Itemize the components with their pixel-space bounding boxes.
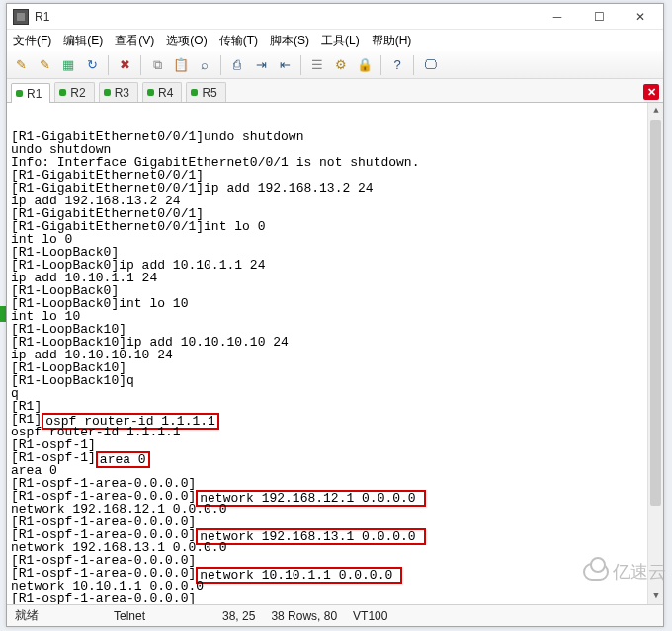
tool-find-icon[interactable]: ⌕ xyxy=(195,55,214,75)
status-dot-icon xyxy=(104,89,111,96)
highlighted-command: network 192.168.13.1 0.0.0.0 xyxy=(196,528,425,545)
toolbar-separator xyxy=(300,55,301,75)
tool-copy-icon[interactable]: ⧉ xyxy=(147,55,167,75)
tool-lock-icon[interactable]: 🔒 xyxy=(355,55,375,75)
window-buttons: ─ ☐ ✕ xyxy=(537,5,661,29)
toolbar-separator xyxy=(220,55,221,75)
tab-r3[interactable]: R3 xyxy=(99,82,138,102)
tabbar: R1 R2 R3 R4 R5 ✕ xyxy=(7,79,663,103)
tool-open-icon[interactable]: ✎ xyxy=(35,55,54,75)
terminal-line: [R1-LoopBack10]q xyxy=(11,374,659,387)
status-dot-icon xyxy=(147,89,154,96)
statusbar: 就绪 Telnet 38, 25 38 Rows, 80 VT100 xyxy=(7,604,663,626)
menu-tools[interactable]: 工具(L) xyxy=(321,33,360,49)
maximize-button[interactable]: ☐ xyxy=(578,5,620,29)
tool-receive-icon[interactable]: ⇤ xyxy=(275,55,294,75)
tool-print-icon[interactable]: ⎙ xyxy=(227,55,247,75)
menu-edit[interactable]: 编辑(E) xyxy=(63,33,103,49)
toolbar-separator xyxy=(140,55,141,75)
terminal-line: [R1-ospf-1] xyxy=(11,438,659,451)
status-ready: 就绪 xyxy=(7,607,106,624)
menu-transfer[interactable]: 传输(T) xyxy=(219,33,258,49)
toolbar-separator xyxy=(413,55,414,75)
highlighted-command: network 10.10.1.1 0.0.0.0 xyxy=(196,567,402,584)
tool-options-icon[interactable]: ⚙ xyxy=(331,55,351,75)
tab-label: R2 xyxy=(70,86,85,100)
tool-disconnect-icon[interactable]: ✖ xyxy=(115,55,134,75)
cloud-icon xyxy=(583,563,609,581)
close-tab-button[interactable]: ✕ xyxy=(643,84,659,100)
watermark: 亿速云 xyxy=(583,560,666,584)
terminal-line: ospf router-id 1.1.1.1 xyxy=(11,426,659,438)
tool-new-icon[interactable]: ✎ xyxy=(11,55,31,75)
tool-host-icon[interactable]: ▦ xyxy=(58,55,78,75)
menu-options[interactable]: 选项(O) xyxy=(166,33,207,49)
tool-paste-icon[interactable]: 📋 xyxy=(171,55,191,75)
terminal-line: [R1-LoopBack0]int lo 10 xyxy=(11,297,659,310)
terminal-output[interactable]: [R1-GigabitEthernet0/0/1]undo shutdownun… xyxy=(7,103,663,604)
menubar: 文件(F) 编辑(E) 查看(V) 选项(O) 传输(T) 脚本(S) 工具(L… xyxy=(7,30,663,51)
status-encoding: VT100 xyxy=(345,609,395,623)
tab-label: R4 xyxy=(158,86,173,100)
scrollbar[interactable]: ▲ ▼ xyxy=(647,103,663,604)
highlighted-command: area 0 xyxy=(96,451,150,468)
menu-view[interactable]: 查看(V) xyxy=(115,33,154,49)
scroll-down-icon[interactable]: ▼ xyxy=(648,589,663,604)
tool-screen-icon[interactable]: 🖵 xyxy=(420,55,440,75)
terminal-line: [R1-GigabitEthernet0/0/1]int lo 0 xyxy=(11,220,659,233)
status-connection: Telnet xyxy=(106,609,214,623)
tab-label: R5 xyxy=(202,86,216,100)
menu-help[interactable]: 帮助(H) xyxy=(372,33,412,49)
scroll-up-icon[interactable]: ▲ xyxy=(648,103,663,118)
menu-script[interactable]: 脚本(S) xyxy=(270,33,309,49)
toolbar-separator xyxy=(108,55,109,75)
tool-props-icon[interactable]: ☰ xyxy=(307,55,327,75)
status-size: 38 Rows, 80 xyxy=(263,609,345,623)
status-dot-icon xyxy=(191,89,198,96)
terminal-window: R1 ─ ☐ ✕ 文件(F) 编辑(E) 查看(V) 选项(O) 传输(T) 脚… xyxy=(6,3,664,627)
tab-label: R3 xyxy=(115,86,129,100)
tab-label: R1 xyxy=(27,87,42,101)
tab-r4[interactable]: R4 xyxy=(142,82,182,102)
scroll-thumb[interactable] xyxy=(650,120,661,506)
tab-r5[interactable]: R5 xyxy=(186,82,225,102)
tool-send-icon[interactable]: ⇥ xyxy=(251,55,271,75)
status-dot-icon xyxy=(16,90,23,97)
terminal-line: [R1-ospf-1-area-0.0.0.0] xyxy=(11,592,659,604)
terminal-line: q xyxy=(11,387,659,400)
status-position: 38, 25 xyxy=(214,609,263,623)
status-dot-icon xyxy=(59,89,66,96)
toolbar-separator xyxy=(380,55,381,75)
app-icon xyxy=(13,9,29,25)
minimize-button[interactable]: ─ xyxy=(537,5,578,29)
close-button[interactable]: ✕ xyxy=(620,5,661,29)
window-title: R1 xyxy=(35,10,537,24)
menu-file[interactable]: 文件(F) xyxy=(13,33,51,49)
tool-reconnect-icon[interactable]: ↻ xyxy=(82,55,102,75)
tool-help-icon[interactable]: ? xyxy=(387,55,407,75)
tab-r1[interactable]: R1 xyxy=(11,83,50,103)
highlighted-command: network 192.168.12.1 0.0.0.0 xyxy=(196,490,425,507)
titlebar[interactable]: R1 ─ ☐ ✕ xyxy=(7,4,663,30)
tab-r2[interactable]: R2 xyxy=(54,82,94,102)
watermark-text: 亿速云 xyxy=(613,560,666,584)
terminal-line: [R1] xyxy=(11,400,659,413)
toolbar: ✎ ✎ ▦ ↻ ✖ ⧉ 📋 ⌕ ⎙ ⇥ ⇤ ☰ ⚙ 🔒 ? 🖵 xyxy=(7,51,663,79)
terminal-line: [R1-ospf-1]area 0 xyxy=(11,451,659,464)
